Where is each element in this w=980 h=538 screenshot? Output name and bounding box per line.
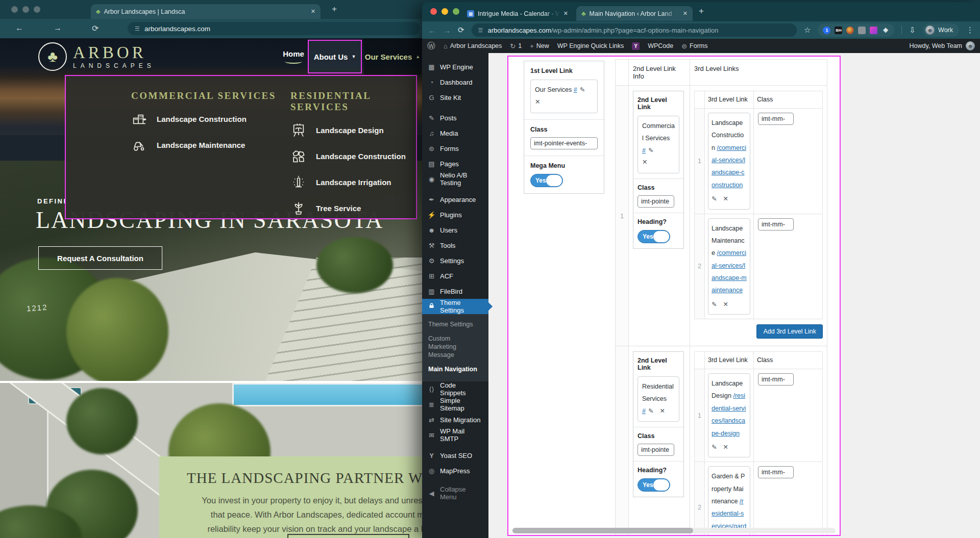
- bookmark-star-icon[interactable]: ☆: [804, 25, 811, 35]
- edit-pencil-icon[interactable]: ✎: [712, 301, 717, 308]
- link-hash[interactable]: #: [574, 86, 577, 93]
- sidebar-item-appearance[interactable]: ✒Appearance: [422, 192, 488, 207]
- howdy-text[interactable]: Howdy, Web Team: [909, 42, 962, 49]
- remove-link-icon[interactable]: ✕: [535, 98, 540, 106]
- sidebar-item-code-snippets[interactable]: ⟨⟩Code Snippets: [422, 381, 488, 397]
- adminbar-forms[interactable]: ⊜Forms: [681, 42, 707, 50]
- adminbar-wpe-quick-links[interactable]: WP Engine Quick Links: [557, 42, 624, 49]
- extensions-puzzle-icon[interactable]: ❖: [881, 27, 889, 34]
- class-input[interactable]: [758, 218, 794, 230]
- sidebar-item-mappress[interactable]: ◎MapPress: [422, 463, 488, 478]
- sidebar-item-dashboard[interactable]: ◔Dashboard: [422, 74, 488, 90]
- sidebar-item-site-kit[interactable]: GSite Kit: [422, 90, 488, 105]
- class-input[interactable]: [758, 113, 794, 125]
- sidebar-item-pages[interactable]: ▤Pages: [422, 156, 488, 171]
- adminbar-new[interactable]: +New: [530, 42, 549, 50]
- scrollbar-thumb[interactable]: [512, 528, 693, 533]
- sidebar-item-settings[interactable]: ⚙Settings: [422, 253, 488, 268]
- edit-pencil-icon[interactable]: ✎: [648, 407, 653, 415]
- class-input[interactable]: [638, 444, 674, 456]
- class-input[interactable]: [530, 137, 598, 149]
- sidebar-item-site-migration[interactable]: ⇄Site Migration: [422, 412, 488, 427]
- request-consultation-button-2[interactable]: Request A Consultation: [287, 534, 409, 538]
- close-tab-icon[interactable]: ✕: [311, 8, 315, 15]
- forward-icon[interactable]: →: [443, 26, 451, 35]
- sidebar-item-collapse-menu[interactable]: ◀Collapse Menu: [422, 485, 488, 501]
- submenu-theme-settings[interactable]: Theme Settings: [422, 317, 488, 331]
- remove-link-icon[interactable]: ✕: [642, 159, 647, 166]
- nav-our-services[interactable]: Our Services ▲: [364, 38, 421, 75]
- link-hash[interactable]: #: [642, 147, 646, 154]
- sidebar-item-theme-settings[interactable]: Theme Settings: [422, 299, 488, 314]
- minimize-window-icon[interactable]: [22, 6, 29, 13]
- edit-pencil-icon[interactable]: ✎: [712, 195, 717, 202]
- onepassword-icon[interactable]: 1: [823, 27, 830, 34]
- sidebar-item-media[interactable]: ♫Media: [422, 125, 488, 141]
- remove-link-icon[interactable]: ✕: [723, 301, 728, 308]
- new-tab-button[interactable]: +: [699, 6, 704, 16]
- camera-extension-icon[interactable]: [858, 27, 866, 34]
- mega-item-landscape-irrigation[interactable]: Landscape Irrigation: [290, 173, 418, 191]
- adminbar-site-name[interactable]: ⌂Arbor Landscapes: [444, 42, 502, 50]
- mega-menu-toggle[interactable]: Yes: [530, 174, 563, 187]
- new-tab-button[interactable]: +: [332, 4, 337, 14]
- sidebar-item-posts[interactable]: ✎Posts: [422, 110, 488, 125]
- tab-main-navigation[interactable]: ♣ Main Navigation ‹ Arbor Land ✕: [576, 6, 693, 21]
- site-settings-icon[interactable]: ☰: [135, 25, 140, 32]
- back-icon[interactable]: ←: [15, 23, 23, 33]
- adminbar-wpcode[interactable]: WPCode: [648, 42, 673, 49]
- close-tab-icon[interactable]: ✕: [564, 10, 568, 17]
- left-window-controls[interactable]: [11, 6, 40, 13]
- url-text[interactable]: arborlandscapes.com: [144, 25, 210, 33]
- sidebar-item-nelio[interactable]: ◉Nelio A/B Testing: [422, 171, 488, 187]
- back-icon[interactable]: ←: [428, 26, 436, 35]
- tab-intrigue-media[interactable]: ▦ Intrigue Media - Calendar - W ✕: [462, 6, 573, 21]
- edit-pencil-icon[interactable]: ✎: [712, 444, 717, 451]
- minimize-window-icon[interactable]: [442, 8, 448, 15]
- class-input[interactable]: [758, 373, 794, 386]
- close-window-icon[interactable]: [11, 6, 18, 13]
- heading-toggle[interactable]: Yes: [638, 230, 670, 243]
- mega-item-landscape-design[interactable]: Landscape Design: [290, 121, 418, 139]
- kebab-menu-icon[interactable]: ⋮: [966, 25, 974, 35]
- sidebar-item-simple-sitemap[interactable]: ≣Simple Sitemap: [422, 397, 488, 412]
- tab-arbor-landscapes[interactable]: ♣ Arbor Landscapes | Landsca ✕: [91, 4, 321, 19]
- sidebar-item-forms[interactable]: ⊜Forms: [422, 141, 488, 156]
- wordpress-logo-icon[interactable]: Ⓦ: [427, 41, 435, 52]
- sidebar-item-acf[interactable]: ⊞ACF: [422, 268, 488, 284]
- site-settings-icon[interactable]: ☰: [478, 27, 483, 34]
- reload-icon[interactable]: ⟳: [92, 23, 99, 33]
- mega-item-tree-service[interactable]: Tree Service: [290, 199, 418, 217]
- class-input[interactable]: [758, 466, 794, 478]
- forward-icon[interactable]: →: [54, 23, 62, 33]
- sidebar-item-yoast-seo[interactable]: YYoast SEO: [422, 448, 488, 463]
- add-3rd-level-link-button[interactable]: Add 3rd Level Link: [756, 324, 823, 339]
- adminbar-updates[interactable]: ↻1: [510, 42, 522, 50]
- mega-item-landscape-maintenance[interactable]: Landscape Maintenance: [131, 136, 279, 153]
- sidebar-item-wp-engine[interactable]: ▦WP Engine: [422, 59, 488, 74]
- close-window-icon[interactable]: [430, 8, 437, 15]
- remove-link-icon[interactable]: ✕: [723, 195, 728, 202]
- eye-extension-icon[interactable]: [846, 27, 854, 34]
- class-input[interactable]: [638, 195, 674, 208]
- downloads-icon[interactable]: ⇩: [909, 25, 916, 35]
- remove-link-icon[interactable]: ✕: [723, 444, 728, 451]
- link-url[interactable]: /commercial-services/landscape-construct…: [712, 144, 746, 189]
- address-bar[interactable]: ☰ arborlandscapes.com/wp-admin/admin.php…: [472, 23, 797, 37]
- mega-item-landscape-construction[interactable]: Landscape Construction: [131, 110, 279, 127]
- submenu-main-navigation[interactable]: Main Navigation: [422, 362, 488, 376]
- sidebar-item-tools[interactable]: ⚒Tools: [422, 238, 488, 253]
- remove-link-icon[interactable]: ✕: [659, 407, 665, 415]
- sidebar-item-filebird[interactable]: ▥FileBird: [422, 284, 488, 299]
- right-window-controls[interactable]: [430, 8, 459, 15]
- heading-toggle[interactable]: Yes: [638, 478, 670, 492]
- zoom-window-icon[interactable]: [453, 8, 459, 15]
- link-url[interactable]: /commercial-services/landscape-maintenan…: [712, 249, 747, 294]
- horizontal-scrollbar[interactable]: [512, 528, 836, 533]
- reload-icon[interactable]: ⟳: [458, 25, 464, 35]
- yoast-icon[interactable]: Y: [632, 42, 640, 50]
- edit-pencil-icon[interactable]: ✎: [580, 86, 585, 93]
- nav-home[interactable]: Home: [276, 38, 311, 75]
- edit-pencil-icon[interactable]: ✎: [648, 147, 653, 154]
- site-logo[interactable]: ♣ ARBOR LANDSCAPES: [38, 42, 155, 71]
